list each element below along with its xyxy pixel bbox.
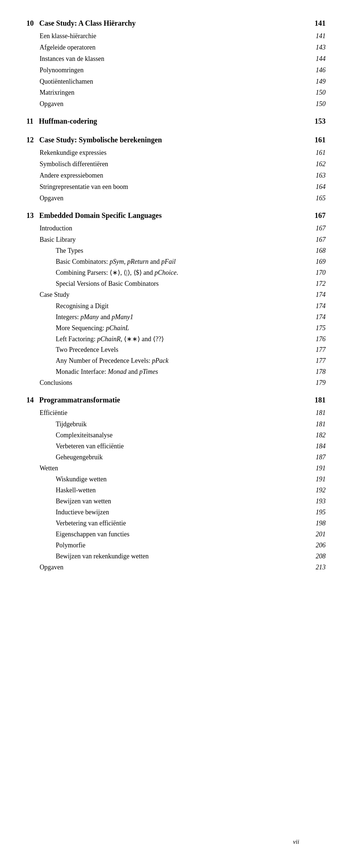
chapter-11-section: 11 Huffman-codering 153	[26, 116, 326, 127]
ch10-sec7-page: 150	[316, 99, 326, 109]
ch10-sec1-label: Een klasse-hiërarchie	[40, 31, 311, 41]
ch14-subsec3-page: 184	[316, 441, 326, 452]
ch10-sec5-label: Quotiëntenlichamen	[40, 77, 311, 87]
chapter-14-entry: 14 Programmatransformatie 181	[26, 394, 326, 406]
ch12-sec5: Opgaven 165	[26, 193, 326, 204]
ch13-subsec9-label: Two Precedence Levels	[56, 345, 311, 355]
chapter-14-label: Programmatransformatie	[39, 396, 120, 404]
ch14-subsec1-label: Tijdgebruik	[56, 419, 311, 430]
chapter-13-number: 13	[26, 211, 34, 219]
ch13-subsec11: Monadic Interface: Monad and pTimes 178	[26, 367, 326, 377]
ch13-subsec4-page: 172	[316, 279, 326, 289]
ch13-subsec11-page: 178	[316, 367, 326, 377]
ch13-subsec8-label: Left Factoring: pChainR, ⟨∗∗⟩ and ⟨??⟩	[56, 334, 311, 344]
ch12-sec5-label: Opgaven	[40, 193, 311, 204]
ch13-subsec2: Basic Combinators: pSym, pReturn and pFa…	[26, 257, 326, 267]
chapter-14-page: 181	[315, 394, 326, 406]
ch10-sec6-label: Matrixringen	[40, 88, 311, 98]
chapter-12-number: 12	[26, 136, 34, 144]
ch13-sec1-page: 167	[316, 223, 326, 234]
ch14-subsec4-page: 187	[316, 452, 326, 463]
ch14-subsec12-page: 208	[316, 551, 326, 562]
ch14-subsec10-page: 201	[316, 529, 326, 540]
ch14-subsec9-label: Verbetering van efficiëntie	[56, 518, 311, 529]
ch14-subsec8-label: Inductieve bewijzen	[56, 507, 311, 518]
ch14-subsec2-page: 182	[316, 430, 326, 441]
ch14-subsec7-page: 193	[316, 496, 326, 507]
ch14-subsec9-page: 198	[316, 518, 326, 529]
ch13-subsec11-label: Monadic Interface: Monad and pTimes	[56, 367, 311, 377]
ch14-subsec10: Eigenschappen van functies 201	[26, 529, 326, 540]
ch10-sec3: Instances van de klassen 144	[26, 54, 326, 64]
ch14-subsec6: Haskell-wetten 192	[26, 485, 326, 496]
ch13-subsec4: Special Versions of Basic Combinators 17…	[26, 279, 326, 289]
ch10-sec2: Afgeleide operatoren 143	[26, 43, 326, 53]
ch14-subsec11: Polymorfie 206	[26, 540, 326, 551]
ch10-sec5: Quotiëntenlichamen 149	[26, 77, 326, 87]
chapter-10-entry: 10 Case Study: A Class Hiërarchy 141	[26, 18, 326, 29]
ch13-sec2-page: 167	[316, 235, 326, 245]
ch14-subsec4: Geheugengebruik 187	[26, 452, 326, 463]
ch10-sec1-page: 141	[316, 31, 326, 41]
ch14-subsec1: Tijdgebruik 181	[26, 419, 326, 430]
ch14-subsec3-label: Verbeteren van efficiëntie	[56, 441, 311, 452]
ch14-subsec9: Verbetering van efficiëntie 198	[26, 518, 326, 529]
chapter-14-section: 14 Programmatransformatie 181 Efficiënti…	[26, 394, 326, 572]
ch10-sec6-page: 150	[316, 88, 326, 98]
ch13-subsec7-page: 175	[316, 323, 326, 333]
ch10-sec2-page: 143	[316, 43, 326, 53]
ch13-subsec3-page: 170	[316, 268, 326, 278]
ch13-subsec5-label: Recognising a Digit	[56, 301, 311, 311]
ch13-subsec7: More Sequencing: pChainL 175	[26, 323, 326, 333]
ch13-sec2-label: Basic Library	[40, 235, 311, 245]
chapter-10-label: Case Study: A Class Hiërarchy	[39, 19, 136, 27]
ch13-subsec6: Integers: pMany and pMany1 174	[26, 312, 326, 322]
chapter-11-entry: 11 Huffman-codering 153	[26, 116, 326, 127]
chapter-14-title: 14 Programmatransformatie	[26, 394, 120, 406]
ch14-subsec11-label: Polymorfie	[56, 540, 311, 551]
ch13-sec4-page: 179	[316, 378, 326, 388]
ch14-subsec8-page: 195	[316, 507, 326, 518]
ch13-subsec2-page: 169	[316, 257, 326, 267]
ch13-subsec10: Any Number of Precedence Levels: pPack 1…	[26, 356, 326, 366]
ch13-sec2: Basic Library 167	[26, 235, 326, 245]
ch13-subsec4-label: Special Versions of Basic Combinators	[56, 279, 311, 289]
ch10-sec4-label: Polynoomringen	[40, 65, 311, 76]
ch13-subsec10-page: 177	[316, 356, 326, 366]
chapter-12-page: 161	[315, 134, 326, 146]
ch13-subsec1-page: 168	[316, 246, 326, 256]
ch13-subsec8-page: 176	[316, 334, 326, 344]
ch13-sec4: Conclusions 179	[26, 378, 326, 388]
ch14-subsec6-label: Haskell-wetten	[56, 485, 311, 496]
ch12-sec1-label: Rekenkundige expressies	[40, 148, 311, 158]
ch14-sec3-label: Opgaven	[40, 562, 311, 573]
chapter-12-entry: 12 Case Study: Symbolische berekeningen …	[26, 134, 326, 146]
ch10-sec4: Polynoomringen 146	[26, 65, 326, 76]
ch13-subsec6-label: Integers: pMany and pMany1	[56, 312, 311, 322]
ch13-subsec8: Left Factoring: pChainR, ⟨∗∗⟩ and ⟨??⟩ 1…	[26, 334, 326, 344]
ch13-subsec5-page: 174	[316, 301, 326, 311]
ch14-sec2-page: 191	[316, 463, 326, 474]
chapter-10-page: 141	[315, 18, 326, 29]
chapter-11-label: Huffman-codering	[39, 117, 97, 125]
ch14-subsec11-page: 206	[316, 540, 326, 551]
ch13-subsec9-page: 177	[316, 345, 326, 355]
ch14-sec2-label: Wetten	[40, 463, 311, 474]
ch13-sec3-page: 174	[316, 290, 326, 300]
ch14-subsec5-label: Wiskundige wetten	[56, 474, 311, 485]
ch13-subsec1-label: The Types	[56, 246, 311, 256]
ch10-sec3-page: 144	[316, 54, 326, 64]
ch12-sec1: Rekenkundige expressies 161	[26, 148, 326, 158]
chapter-12-title: 12 Case Study: Symbolische berekeningen	[26, 134, 162, 146]
ch12-sec4-label: Stringrepresentatie van een boom	[40, 182, 311, 192]
ch10-sec3-label: Instances van de klassen	[40, 54, 311, 64]
ch10-sec6: Matrixringen 150	[26, 88, 326, 98]
ch12-sec2: Symbolisch differentiëren 162	[26, 159, 326, 169]
chapter-11-title: 11 Huffman-codering	[26, 116, 97, 127]
ch14-subsec1-page: 181	[316, 419, 326, 430]
chapter-13-section: 13 Embedded Domain Specific Languages 16…	[26, 210, 326, 388]
chapter-14-number: 14	[26, 396, 34, 404]
ch14-subsec12: Bewijzen van rekenkundige wetten 208	[26, 551, 326, 562]
ch13-subsec9: Two Precedence Levels 177	[26, 345, 326, 355]
ch10-sec4-page: 146	[316, 65, 326, 76]
